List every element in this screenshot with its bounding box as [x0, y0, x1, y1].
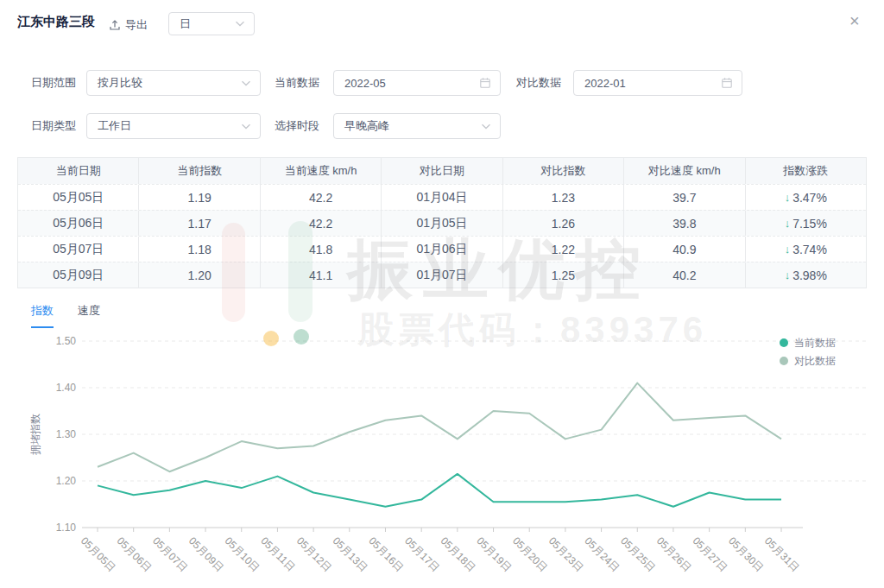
calendar-icon — [479, 77, 491, 89]
table-header-cell: 对比指数 — [503, 158, 624, 184]
period-select[interactable]: 日 — [168, 12, 255, 35]
page-title: 江东中路三段 — [17, 14, 95, 30]
table-cell: 1.17 — [139, 211, 260, 236]
table-cell: 1.26 — [503, 211, 624, 236]
comparison-table: 当前日期当前指数当前速度 km/h对比日期对比指数对比速度 km/h指数涨跌 0… — [17, 157, 867, 288]
legend-dot — [780, 357, 788, 365]
chart-tabs: 指数速度 — [31, 303, 100, 328]
table-cell: 1.25 — [503, 262, 624, 288]
legend-item-当前数据[interactable]: 当前数据 — [780, 337, 836, 349]
chevron-down-icon — [235, 21, 245, 27]
y-axis-label: 拥堵指数 — [29, 414, 41, 455]
date-range-select[interactable]: 按月比较 — [86, 70, 261, 96]
x-tick-label: 05月19日 — [474, 534, 514, 574]
table-cell-change: ↓3.98% — [746, 262, 866, 288]
date-type-select[interactable]: 工作日 — [86, 113, 261, 139]
current-data-date-picker[interactable]: 2022-05 — [333, 70, 501, 96]
x-tick-label: 05月20日 — [510, 534, 550, 574]
x-tick-label: 05月31日 — [762, 534, 802, 574]
export-button[interactable]: 导出 — [109, 17, 148, 33]
period-select-value: 日 — [180, 16, 191, 32]
table-cell: 01月07日 — [382, 262, 502, 288]
change-value: 3.98% — [792, 269, 827, 282]
x-tick-label: 05月13日 — [331, 534, 370, 574]
table-cell: 1.20 — [139, 262, 260, 288]
legend-dot — [780, 338, 788, 347]
compare-data-date-picker[interactable]: 2022-01 — [573, 70, 742, 96]
time-period-value: 早晚高峰 — [344, 118, 389, 134]
filter-label-compare-data: 对比数据 — [516, 70, 561, 96]
table-body: 05月05日1.1942.201月04日1.2339.7↓3.47%05月06日… — [18, 184, 866, 288]
table-row: 05月06日1.1742.201月05日1.2639.8↓7.15% — [18, 210, 866, 236]
legend-label: 对比数据 — [794, 355, 836, 367]
down-arrow-icon: ↓ — [785, 191, 791, 204]
x-tick-label: 05月27日 — [691, 534, 730, 574]
time-period-select[interactable]: 早晚高峰 — [333, 113, 501, 139]
table-cell-change: ↓3.47% — [746, 185, 866, 210]
x-tick-label: 05月11日 — [258, 534, 297, 573]
table-cell: 40.2 — [624, 262, 745, 288]
table-cell: 1.18 — [139, 237, 260, 262]
tab-inactive-速度[interactable]: 速度 — [78, 303, 100, 328]
y-tick-label: 1.10 — [56, 522, 77, 534]
table-cell: 40.9 — [624, 237, 745, 262]
table-cell: 01月04日 — [382, 185, 502, 210]
table-header-cell: 指数涨跌 — [746, 158, 866, 184]
date-range-value: 按月比较 — [98, 75, 142, 91]
table-cell: 39.8 — [624, 211, 745, 236]
x-tick-label: 05月18日 — [439, 534, 478, 574]
table-cell: 1.22 — [503, 237, 624, 262]
down-arrow-icon: ↓ — [785, 217, 791, 230]
y-tick-label: 1.50 — [56, 335, 77, 347]
table-cell: 41.8 — [261, 237, 382, 262]
table-header-cell: 对比日期 — [382, 158, 502, 184]
x-tick-label: 05月05日 — [79, 534, 118, 574]
x-tick-label: 05月26日 — [654, 534, 694, 574]
filter-label-date-type: 日期类型 — [31, 113, 76, 139]
close-button[interactable]: × — [849, 12, 860, 29]
down-arrow-icon: ↓ — [785, 269, 791, 281]
table-header-cell: 当前速度 km/h — [261, 158, 382, 184]
table-cell: 1.23 — [503, 185, 624, 210]
legend-item-对比数据[interactable]: 对比数据 — [780, 355, 836, 367]
table-cell: 1.19 — [139, 185, 260, 210]
filter-label-date-range: 日期范围 — [31, 70, 76, 96]
x-tick-label: 05月25日 — [618, 534, 658, 574]
table-cell-change: ↓3.74% — [746, 237, 866, 262]
table-header-cell: 当前日期 — [18, 158, 139, 184]
x-tick-label: 05月17日 — [402, 534, 442, 574]
down-arrow-icon: ↓ — [785, 243, 791, 256]
table-cell: 05月06日 — [18, 211, 139, 236]
y-tick-label: 1.20 — [56, 475, 77, 487]
table-cell: 05月05日 — [18, 185, 139, 210]
calendar-icon — [721, 77, 733, 89]
x-tick-label: 05月30日 — [726, 534, 766, 574]
chevron-down-icon — [241, 80, 251, 86]
filter-label-time-period: 选择时段 — [275, 113, 319, 139]
x-tick-label: 05月23日 — [546, 534, 586, 574]
congestion-index-line-chart: 1.101.201.301.401.50拥堵指数05月05日05月06日05月0… — [0, 332, 884, 588]
table-row: 05月09日1.2041.101月07日1.2540.2↓3.98% — [18, 262, 866, 288]
table-cell-change: ↓7.15% — [746, 211, 866, 236]
table-cell: 41.1 — [261, 262, 382, 288]
table-cell: 01月06日 — [382, 237, 502, 262]
x-tick-label: 05月07日 — [150, 534, 190, 574]
change-value: 3.47% — [792, 191, 827, 205]
chevron-down-icon — [481, 123, 491, 130]
y-tick-label: 1.30 — [56, 428, 77, 440]
change-value: 3.74% — [792, 243, 827, 256]
change-value: 7.15% — [792, 217, 827, 231]
tab-active-指数[interactable]: 指数 — [31, 303, 54, 328]
export-label: 导出 — [125, 17, 148, 33]
compare-series-line — [98, 383, 781, 472]
legend-label: 当前数据 — [794, 337, 836, 349]
table-cell: 42.2 — [261, 211, 382, 236]
x-tick-label: 05月24日 — [582, 534, 622, 574]
x-tick-label: 05月06日 — [115, 534, 155, 574]
table-cell: 01月05日 — [382, 211, 502, 236]
current-data-value: 2022-05 — [344, 77, 386, 90]
date-type-value: 工作日 — [98, 118, 131, 134]
chevron-down-icon — [241, 123, 251, 130]
x-tick-label: 05月12日 — [294, 534, 334, 574]
table-header-cell: 对比速度 km/h — [624, 158, 745, 184]
